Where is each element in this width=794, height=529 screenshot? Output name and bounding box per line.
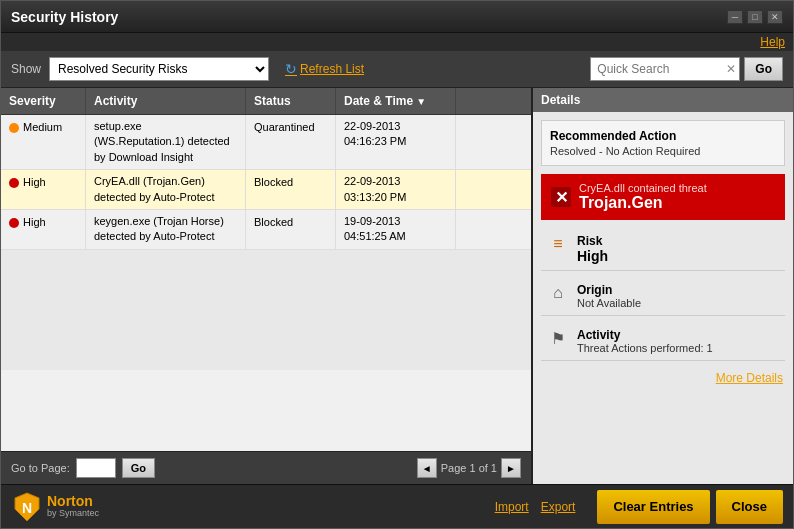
page-info: Page 1 of 1: [441, 462, 497, 474]
title-bar: Security History ─ □ ✕: [1, 1, 793, 33]
activity-detail-item: ⚑ Activity Threat Actions performed: 1: [541, 322, 785, 361]
header-severity: Severity: [1, 88, 86, 114]
cell-datetime-1: 22-09-2013 04:16:23 PM: [336, 115, 456, 169]
norton-sub-label: by Symantec: [47, 509, 99, 519]
status-label-1: Quarantined: [254, 121, 315, 133]
show-select[interactable]: Resolved Security Risks: [49, 57, 269, 81]
page-go-button[interactable]: Go: [122, 458, 155, 478]
right-panel: Details Recommended Action Resolved - No…: [533, 88, 793, 484]
time-1: 04:16:23 PM: [344, 135, 406, 147]
header-activity: Activity: [86, 88, 246, 114]
refresh-icon: ↻: [285, 61, 297, 77]
help-link[interactable]: Help: [760, 35, 785, 49]
search-clear-icon[interactable]: ✕: [726, 62, 736, 76]
page-nav: ◄ Page 1 of 1 ►: [417, 458, 521, 478]
clear-entries-button[interactable]: Clear Entries: [597, 490, 709, 524]
threat-contained-text: CryEA.dll contained threat: [579, 182, 707, 194]
activity-detail-label: Activity: [577, 328, 713, 342]
cell-activity-3: keygen.exe (Trojan Horse) detected by Au…: [86, 210, 246, 249]
search-input[interactable]: [590, 57, 740, 81]
goto-page-label: Go to Page:: [11, 462, 70, 474]
cell-severity-2: High: [1, 170, 86, 209]
recommended-action-box: Recommended Action Resolved - No Action …: [541, 120, 785, 166]
cell-datetime-3: 19-09-2013 04:51:25 AM: [336, 210, 456, 249]
x-mark-icon: ✕: [555, 188, 568, 207]
table-row[interactable]: Medium setup.exe (WS.Reputation.1) detec…: [1, 115, 531, 170]
origin-value: Not Available: [577, 297, 641, 309]
activity-file-3: keygen.exe (Trojan Horse): [94, 215, 224, 227]
origin-icon: ⌂: [547, 284, 569, 302]
table-row[interactable]: High keygen.exe (Trojan Horse) detected …: [1, 210, 531, 250]
activity-icon: ⚑: [547, 329, 569, 348]
severity-dot-high: [9, 178, 19, 188]
origin-detail-item: ⌂ Origin Not Available: [541, 277, 785, 316]
activity-source-1: by Download Insight: [94, 151, 193, 163]
left-panel: Severity Activity Status Date & Time ▼ M…: [1, 88, 533, 484]
maximize-button[interactable]: □: [747, 10, 763, 24]
threat-x-icon: ✕: [551, 187, 571, 207]
origin-label: Origin: [577, 283, 641, 297]
time-2: 03:13:20 PM: [344, 191, 406, 203]
norton-shield-icon: N: [11, 491, 43, 523]
window-title: Security History: [11, 9, 727, 25]
activity-detail-3: detected by Auto-Protect: [94, 230, 214, 242]
help-bar: Help: [1, 33, 793, 51]
table-row[interactable]: High CryEA.dll (Trojan.Gen) detected by …: [1, 170, 531, 210]
status-label-3: Blocked: [254, 216, 293, 228]
close-button[interactable]: ✕: [767, 10, 783, 24]
bottom-bar: N Norton by Symantec Import Export Clear…: [1, 484, 793, 528]
minimize-button[interactable]: ─: [727, 10, 743, 24]
activity-detail-2: detected by Auto-Protect: [94, 191, 214, 203]
prev-icon: ◄: [422, 463, 432, 474]
severity-dot-medium: [9, 123, 19, 133]
maximize-icon: □: [752, 12, 757, 22]
content-area: Severity Activity Status Date & Time ▼ M…: [1, 88, 793, 484]
risk-content: Risk High: [577, 234, 608, 264]
refresh-button[interactable]: ↻ Refresh List: [285, 61, 364, 77]
search-go-button[interactable]: Go: [744, 57, 783, 81]
rec-action-text: Resolved - No Action Required: [550, 145, 776, 157]
page-number-input[interactable]: [76, 458, 116, 478]
threat-banner[interactable]: ✕ CryEA.dll contained threat Trojan.Gen: [541, 174, 785, 220]
severity-dot-high: [9, 218, 19, 228]
cell-status-1: Quarantined: [246, 115, 336, 169]
activity-file-1: setup.exe: [94, 120, 142, 132]
threat-name-text: Trojan.Gen: [579, 194, 707, 212]
date-1: 22-09-2013: [344, 120, 400, 132]
risk-bars-icon: ≡: [553, 235, 562, 252]
cell-status-2: Blocked: [246, 170, 336, 209]
more-details-link[interactable]: More Details: [533, 367, 793, 389]
show-label: Show: [11, 62, 41, 76]
search-container: ✕ Go: [590, 57, 783, 81]
cell-status-3: Blocked: [246, 210, 336, 249]
export-link[interactable]: Export: [541, 500, 576, 514]
risk-icon: ≡: [547, 235, 569, 253]
pagination: Go to Page: Go ◄ Page 1 of 1 ►: [1, 451, 531, 484]
svg-text:N: N: [22, 500, 32, 516]
flag-icon: ⚑: [551, 330, 565, 347]
next-page-button[interactable]: ►: [501, 458, 521, 478]
table-header: Severity Activity Status Date & Time ▼: [1, 88, 531, 115]
close-button[interactable]: Close: [716, 490, 783, 524]
import-link[interactable]: Import: [495, 500, 529, 514]
details-header: Details: [533, 88, 793, 112]
activity-content: Activity Threat Actions performed: 1: [577, 328, 713, 354]
bottom-links: Import Export: [495, 500, 576, 514]
severity-label-1: Medium: [23, 121, 62, 133]
header-datetime: Date & Time ▼: [336, 88, 456, 114]
toolbar: Show Resolved Security Risks ↻ Refresh L…: [1, 51, 793, 88]
cell-activity-1: setup.exe (WS.Reputation.1) detected by …: [86, 115, 246, 169]
cell-severity-3: High: [1, 210, 86, 249]
main-window: Security History ─ □ ✕ Help Show Resolve…: [0, 0, 794, 529]
next-icon: ►: [506, 463, 516, 474]
cell-activity-2: CryEA.dll (Trojan.Gen) detected by Auto-…: [86, 170, 246, 209]
sort-down-icon: ▼: [416, 96, 426, 107]
norton-logo: N Norton by Symantec: [11, 491, 99, 523]
cell-datetime-2: 22-09-2013 03:13:20 PM: [336, 170, 456, 209]
prev-page-button[interactable]: ◄: [417, 458, 437, 478]
date-2: 22-09-2013: [344, 175, 400, 187]
norton-text: Norton by Symantec: [47, 494, 99, 519]
date-3: 19-09-2013: [344, 215, 400, 227]
norton-brand-label: Norton: [47, 494, 99, 509]
header-status: Status: [246, 88, 336, 114]
